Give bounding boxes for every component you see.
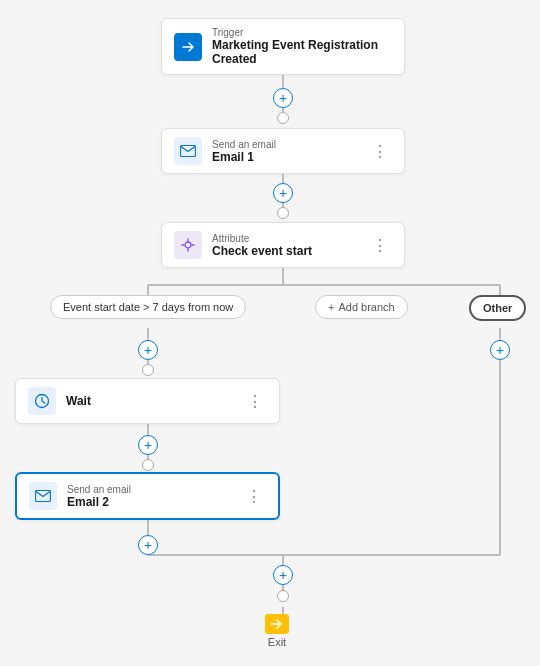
trigger-title: Marketing Event Registration Created (212, 38, 392, 66)
email2-icon (29, 482, 57, 510)
wait-menu[interactable]: ⋮ (243, 390, 267, 413)
email2-label: Send an email (67, 484, 131, 495)
attribute-icon (174, 231, 202, 259)
attribute-menu[interactable]: ⋮ (368, 234, 392, 257)
email2-text: Send an email Email 2 (67, 484, 131, 509)
other-branch-pill[interactable]: Other (469, 295, 526, 321)
add-branch-icon: + (328, 301, 334, 313)
email2-node[interactable]: Send an email Email 2 ⋮ (15, 472, 280, 520)
svg-point-20 (185, 242, 191, 248)
email1-menu[interactable]: ⋮ (368, 140, 392, 163)
plus-btn-merge[interactable]: + (273, 565, 293, 585)
circle-after-wait (142, 459, 154, 471)
email1-title: Email 1 (212, 150, 276, 164)
circle-1 (277, 112, 289, 124)
plus-btn-right-1[interactable]: + (490, 340, 510, 360)
add-branch-button[interactable]: + Add branch (315, 295, 408, 319)
email2-menu[interactable]: ⋮ (242, 485, 266, 508)
trigger-icon (174, 33, 202, 61)
trigger-label: Trigger (212, 27, 392, 38)
workflow-canvas: Trigger Marketing Event Registration Cre… (0, 0, 540, 666)
circle-exit (277, 590, 289, 602)
add-branch-label: Add branch (338, 301, 394, 313)
wait-node[interactable]: Wait ⋮ (15, 378, 280, 424)
attribute-title: Check event start (212, 244, 312, 258)
attribute-text: Attribute Check event start (212, 233, 312, 258)
circle-left (142, 364, 154, 376)
exit-icon (265, 614, 289, 634)
email1-node[interactable]: Send an email Email 1 ⋮ (161, 128, 405, 174)
circle-2 (277, 207, 289, 219)
plus-btn-2[interactable]: + (273, 183, 293, 203)
left-branch-pill[interactable]: Event start date > 7 days from now (50, 295, 246, 319)
attribute-node[interactable]: Attribute Check event start ⋮ (161, 222, 405, 268)
wait-text: Wait (66, 394, 91, 408)
exit-label: Exit (268, 636, 286, 648)
plus-btn-after-email2[interactable]: + (138, 535, 158, 555)
plus-btn-left-1[interactable]: + (138, 340, 158, 360)
email1-icon (174, 137, 202, 165)
exit-node: Exit (265, 614, 289, 648)
plus-btn-1[interactable]: + (273, 88, 293, 108)
left-branch-label: Event start date > 7 days from now (63, 301, 233, 313)
trigger-node[interactable]: Trigger Marketing Event Registration Cre… (161, 18, 405, 75)
trigger-text: Trigger Marketing Event Registration Cre… (212, 27, 392, 66)
other-label: Other (483, 302, 512, 314)
email1-text: Send an email Email 1 (212, 139, 276, 164)
email1-label: Send an email (212, 139, 276, 150)
plus-btn-after-wait[interactable]: + (138, 435, 158, 455)
wait-icon (28, 387, 56, 415)
attribute-label: Attribute (212, 233, 312, 244)
email2-title: Email 2 (67, 495, 131, 509)
wait-title: Wait (66, 394, 91, 408)
